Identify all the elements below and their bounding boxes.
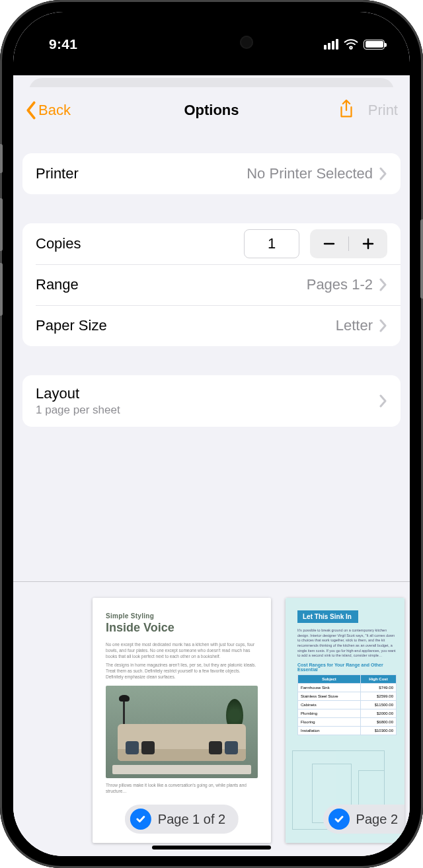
copies-field[interactable]: 1 — [244, 229, 299, 258]
thumb2-cost-title: Cost Ranges for Your Range and Other Ess… — [297, 663, 404, 672]
status-time: 9:41 — [49, 36, 77, 52]
printer-value: No Printer Selected — [247, 165, 373, 182]
thumb-hero-image — [106, 686, 258, 778]
page-preview-scroll[interactable]: Simple Styling Inside Voice No one excep… — [13, 598, 410, 843]
chevron-right-icon — [379, 278, 387, 291]
chevron-right-icon — [379, 319, 387, 332]
range-label: Range — [36, 276, 79, 293]
cellular-icon — [324, 39, 338, 50]
page-selected-check — [130, 809, 151, 830]
copies-increment-button[interactable] — [349, 229, 387, 258]
share-button[interactable] — [338, 99, 355, 122]
screen: 9:41 Back Options — [13, 12, 410, 856]
range-row[interactable]: Range Pages 1-2 — [22, 264, 401, 305]
nav-bar: Back Options Print — [13, 87, 410, 133]
side-button — [0, 144, 3, 173]
home-indicator[interactable] — [152, 846, 271, 850]
range-value: Pages 1-2 — [307, 276, 373, 293]
power-button — [420, 219, 423, 299]
layout-row[interactable]: Layout 1 page per sheet — [22, 375, 401, 427]
layout-label: Layout — [36, 385, 120, 402]
status-bar: 9:41 — [13, 12, 410, 63]
check-icon — [135, 814, 146, 824]
thumbnail-content: Let This Sink In It's possible to break … — [297, 610, 404, 831]
layout-sub: 1 page per sheet — [36, 404, 120, 417]
volume-up-button — [0, 198, 3, 251]
print-button[interactable]: Print — [368, 102, 398, 119]
thumb-eyebrow: Simple Styling — [106, 612, 258, 620]
printer-label: Printer — [36, 165, 79, 182]
page-selection-pill[interactable]: Page 2 — [323, 805, 404, 834]
page-pill-label: Page 2 — [356, 812, 398, 827]
back-button[interactable]: Back — [25, 101, 71, 120]
page-title: Options — [184, 102, 239, 119]
paper-size-row[interactable]: Paper Size Letter — [22, 305, 401, 346]
page-selection-pill[interactable]: Page 1 of 2 — [125, 805, 239, 834]
print-options-sheet: Back Options Print Printer No Printer — [13, 87, 410, 856]
check-icon — [334, 814, 344, 824]
volume-down-button — [0, 263, 3, 316]
battery-icon — [364, 40, 385, 50]
share-icon — [338, 99, 355, 119]
page-preview-area: Simple Styling Inside Voice No one excep… — [13, 581, 410, 856]
layout-group: Layout 1 page per sheet — [22, 375, 401, 427]
paper-size-label: Paper Size — [36, 317, 107, 334]
page-thumbnail-1[interactable]: Simple Styling Inside Voice No one excep… — [93, 598, 271, 843]
minus-icon — [322, 236, 336, 251]
copies-label: Copies — [36, 235, 81, 252]
back-label: Back — [38, 102, 71, 119]
page-thumbnail-2[interactable]: Let This Sink In It's possible to break … — [286, 598, 404, 843]
page-pill-label: Page 1 of 2 — [158, 812, 225, 827]
chevron-right-icon — [379, 394, 387, 408]
paper-size-value: Letter — [336, 317, 373, 334]
thumb2-cost-table: SubjectHigh Cost Farmhouse Sink$749.00 S… — [297, 674, 397, 735]
wifi-icon — [344, 39, 358, 50]
plus-icon — [361, 236, 375, 251]
settings-group: Copies 1 — [22, 223, 401, 346]
thumb-title: Inside Voice — [106, 621, 258, 635]
chevron-right-icon — [379, 167, 387, 180]
chevron-left-icon — [25, 101, 37, 120]
copies-stepper — [310, 229, 387, 258]
thumb2-badge: Let This Sink In — [297, 610, 358, 623]
page-selected-check — [328, 809, 350, 830]
copies-decrement-button[interactable] — [310, 229, 348, 258]
copies-row: Copies 1 — [22, 223, 401, 264]
printer-group: Printer No Printer Selected — [22, 153, 401, 194]
printer-row[interactable]: Printer No Printer Selected — [22, 153, 401, 194]
thumbnail-content: Simple Styling Inside Voice No one excep… — [106, 612, 258, 828]
